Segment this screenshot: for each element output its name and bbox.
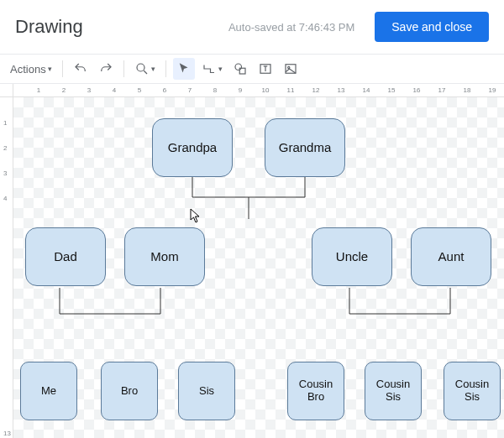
node-bro[interactable]: Bro — [101, 362, 158, 420]
mouse-cursor-icon — [190, 208, 202, 223]
ruler-tick: 19 — [489, 86, 496, 94]
ruler-tick: 17 — [438, 86, 446, 94]
image-tool[interactable] — [280, 58, 302, 80]
node-sis[interactable]: Sis — [178, 362, 235, 420]
select-tool[interactable] — [173, 58, 195, 80]
toolbar-separator — [165, 60, 166, 77]
chevron-down-icon: ▾ — [48, 65, 52, 73]
textbox-icon — [258, 61, 273, 76]
ruler-tick: 2 — [3, 144, 7, 152]
redo-button[interactable] — [95, 58, 117, 80]
ruler-tick: 14 — [363, 86, 370, 94]
textbox-tool[interactable] — [255, 58, 276, 80]
ruler-tick: 16 — [413, 86, 421, 94]
ruler-tick: 15 — [388, 86, 396, 94]
workspace: 1 2 3 4 5 6 7 8 9 10 11 12 13 14 15 16 1… — [0, 84, 504, 438]
undo-icon — [73, 61, 88, 76]
toolbar-separator — [123, 60, 124, 77]
node-aunt[interactable]: Aunt — [411, 227, 491, 286]
node-me[interactable]: Me — [20, 362, 77, 420]
svg-point-2 — [235, 64, 242, 70]
actions-menu[interactable]: Actions ▾ — [7, 58, 55, 80]
ruler-tick: 7 — [188, 86, 192, 94]
ruler-tick: 9 — [239, 86, 242, 94]
node-dad[interactable]: Dad — [25, 227, 106, 286]
ruler-tick: 5 — [138, 86, 141, 94]
ruler-tick: 2 — [62, 86, 66, 94]
node-grandma[interactable]: Grandma — [265, 118, 345, 177]
node-cousin-sis-2[interactable]: Cousin Sis — [444, 362, 501, 420]
ruler-tick: 8 — [213, 86, 217, 94]
ruler-tick: 3 — [87, 86, 91, 94]
redo-icon — [98, 61, 113, 76]
ruler-tick: 10 — [262, 86, 270, 94]
ruler-tick: 13 — [338, 86, 345, 94]
zoom-icon — [134, 61, 150, 76]
svg-line-1 — [144, 70, 147, 74]
drawing-canvas[interactable]: Grandpa Grandma Dad Mom Uncle Aunt Me Br… — [13, 97, 504, 438]
ruler-tick: 18 — [464, 86, 471, 94]
chevron-down-icon: ▾ — [151, 65, 155, 73]
zoom-menu[interactable]: ▾ — [131, 58, 159, 80]
cursor-icon — [176, 61, 192, 76]
dialog-title: Drawing — [15, 16, 83, 38]
node-mom[interactable]: Mom — [124, 227, 205, 286]
ruler-horizontal[interactable]: 1 2 3 4 5 6 7 8 9 10 11 12 13 14 15 16 1… — [13, 84, 504, 97]
node-grandpa[interactable]: Grandpa — [152, 118, 233, 177]
ruler-tick: 13 — [3, 430, 11, 437]
ruler-tick: 6 — [163, 86, 166, 94]
node-cousin-sis-1[interactable]: Cousin Sis — [365, 362, 422, 420]
svg-point-0 — [137, 64, 144, 71]
shape-icon — [233, 61, 248, 76]
ruler-tick: 4 — [3, 195, 7, 202]
image-icon — [283, 61, 298, 76]
node-uncle[interactable]: Uncle — [312, 227, 392, 286]
autosave-status: Auto-saved at 7:46:43 PM — [228, 21, 354, 34]
ruler-tick: 11 — [287, 86, 295, 94]
ruler-tick: 12 — [312, 86, 320, 94]
undo-button[interactable] — [70, 58, 92, 80]
actions-label: Actions — [10, 63, 46, 76]
ruler-tick: 1 — [3, 119, 7, 127]
ruler-corner — [0, 84, 13, 97]
ruler-tick: 4 — [113, 86, 116, 94]
svg-point-8 — [287, 66, 289, 68]
ruler-tick: 3 — [3, 169, 7, 177]
chevron-down-icon: ▾ — [218, 65, 223, 73]
line-tool-menu[interactable]: ▾ — [198, 58, 226, 80]
ruler-tick: 1 — [37, 86, 40, 94]
node-cousin-bro[interactable]: Cousin Bro — [287, 362, 344, 420]
save-and-close-button[interactable]: Save and close — [375, 12, 489, 42]
line-icon — [202, 61, 217, 76]
toolbar: Actions ▾ ▾ ▾ — [0, 55, 504, 84]
dialog-header: Drawing Auto-saved at 7:46:43 PM Save an… — [0, 0, 504, 55]
ruler-vertical[interactable]: 1 2 3 4 13 — [0, 97, 13, 438]
toolbar-separator — [62, 60, 63, 77]
shape-tool-menu[interactable] — [229, 58, 251, 80]
